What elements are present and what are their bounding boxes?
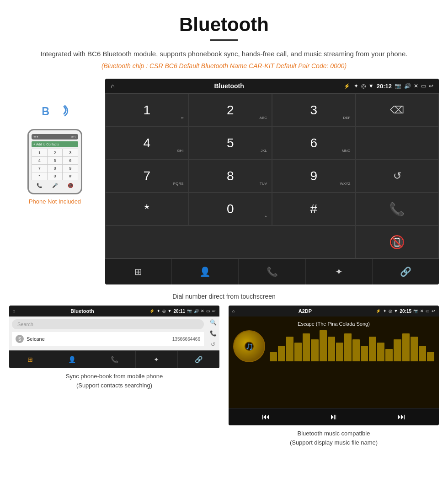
home-icon[interactable]: ⌂	[111, 82, 114, 90]
pb-usb-icon: ⚡	[149, 309, 155, 313]
next-track-button[interactable]: ⏭	[397, 412, 405, 422]
pb-signal-icon: ▼	[168, 309, 172, 314]
bottom-btn-grid[interactable]: ⊞	[105, 259, 172, 284]
eq-bar-11	[352, 339, 360, 361]
pb-close-icon[interactable]: ✕	[201, 309, 204, 314]
eq-bar-13	[369, 337, 376, 361]
side-phone-icon[interactable]: 📞	[210, 330, 217, 337]
dial-key-6[interactable]: 6MNO	[272, 127, 356, 160]
dial-key-7[interactable]: 7PQRS	[105, 160, 189, 193]
back-icon[interactable]: ↩	[429, 83, 433, 89]
music-caption: Bluetooth music compatible(Support displ…	[229, 429, 439, 447]
music-controls: ⏮ ⏯ ⏭	[229, 408, 439, 425]
contact-row[interactable]: S Seicane 13566664466	[12, 332, 204, 346]
pb-bottom-btn-grid[interactable]: ⊞	[9, 351, 51, 368]
phone-bottom-buttons: 📞 🎤 📵	[32, 182, 78, 189]
music-screen-icon[interactable]: ▭	[426, 309, 430, 314]
phone-key-5: 5	[48, 157, 63, 164]
phone-key-7: 7	[32, 165, 47, 172]
play-pause-button[interactable]: ⏯	[330, 412, 338, 422]
phone-key-hash: #	[63, 172, 78, 180]
phone-top-bar: ●●●MY+	[32, 134, 78, 140]
eq-bar-6	[311, 339, 318, 361]
close-icon[interactable]: ✕	[414, 83, 418, 89]
pb-bottom-bar: ⊞ 👤 📞 ✦ 🔗	[9, 350, 219, 368]
pb-back-icon[interactable]: ↩	[212, 309, 216, 314]
dial-key-refresh[interactable]: ↺	[356, 160, 439, 193]
dial-key-end-call[interactable]: 📵	[356, 225, 439, 258]
usb-icon: ⚡	[344, 83, 350, 89]
side-search-icon[interactable]: 🔍	[210, 319, 217, 326]
bottom-btn-link[interactable]: 🔗	[373, 259, 439, 284]
eq-bar-9	[336, 343, 343, 361]
phonebook-caption: Sync phone-book from mobile phone(Suppor…	[9, 372, 219, 390]
music-status-bar: ⌂ A2DP ⚡ ✦ ◎ ▼ 20:15 📷 ✕ ▭ ↩	[229, 306, 439, 317]
dial-key-backspace[interactable]: ⌫	[356, 94, 439, 127]
pb-bottom-btn-contacts[interactable]: 👤	[51, 351, 93, 368]
song-title: Escape (The Pina Colada Song)	[298, 321, 370, 327]
eq-bar-17	[402, 333, 410, 361]
dial-key-4[interactable]: 4GHI	[105, 127, 189, 160]
eq-bar-2	[278, 346, 285, 361]
pb-clock: 20:11	[173, 309, 185, 314]
pb-status-icons: ✦ ◎ ▼ 20:11 📷 🔊 ✕ ▭ ↩	[157, 309, 216, 314]
music-clock: 20:15	[400, 309, 411, 314]
phone-key-9: 9	[63, 165, 78, 172]
album-art: ♫	[233, 330, 265, 362]
location-icon: ◎	[361, 83, 366, 89]
dial-key-hash[interactable]: #	[272, 193, 356, 225]
bottom-screenshots: ⌂ Bluetooth ⚡ ✦ ◎ ▼ 20:11 📷 🔊 ✕ ▭ ↩	[0, 306, 448, 447]
dial-key-star[interactable]: *	[105, 193, 189, 225]
bottom-navigation-bar: ⊞ 👤 📞 ✦ 🔗	[105, 258, 439, 284]
pb-bottom-btn-bluetooth[interactable]: ✦	[136, 351, 178, 368]
eq-bar-16	[394, 339, 401, 361]
dial-key-8[interactable]: 8TUV	[189, 160, 272, 193]
bottom-btn-phone[interactable]: 📞	[239, 259, 305, 284]
phone-not-included-label: Phone Not Included	[29, 198, 81, 205]
music-home-icon[interactable]: ⌂	[232, 309, 235, 313]
music-close-icon[interactable]: ✕	[420, 309, 424, 314]
dial-key-0[interactable]: 0+	[189, 193, 272, 225]
pb-bottom-btn-phone[interactable]: 📞	[93, 351, 135, 368]
bottom-btn-contacts[interactable]: 👤	[172, 259, 239, 284]
pb-bluetooth-icon: ✦	[157, 309, 160, 314]
page-title: Bluetooth	[0, 0, 448, 39]
bluetooth-icon: ʙ	[41, 102, 50, 119]
phone-key-6: 6	[63, 157, 78, 164]
contact-name: Seicane	[27, 336, 172, 342]
music-main: ♫	[233, 330, 434, 362]
phone-key-4: 4	[32, 157, 47, 164]
dial-key-9[interactable]: 9WXYZ	[272, 160, 356, 193]
dial-key-1[interactable]: 1∞	[105, 94, 189, 127]
search-bar[interactable]: Search	[12, 319, 204, 329]
phone-mic-button: 🎤	[52, 183, 58, 188]
eq-bar-20	[427, 352, 434, 361]
eq-bar-15	[385, 349, 393, 361]
eq-bar-3	[286, 337, 293, 361]
volume-icon: 🔊	[404, 83, 411, 89]
prev-track-button[interactable]: ⏮	[262, 412, 270, 422]
bottom-btn-bluetooth[interactable]: ✦	[306, 259, 373, 284]
pb-bottom-btn-link[interactable]: 🔗	[178, 351, 219, 368]
phonebook-status-bar: ⌂ Bluetooth ⚡ ✦ ◎ ▼ 20:11 📷 🔊 ✕ ▭ ↩	[9, 306, 219, 317]
status-icons: ✦ ◎ ▼ 20:12 📷 🔊 ✕ ▭ ↩	[354, 83, 433, 90]
dial-key-3[interactable]: 3DEF	[272, 94, 356, 127]
contact-initial: S	[16, 335, 24, 343]
side-refresh-icon[interactable]: ↺	[211, 341, 215, 348]
dial-key-call[interactable]: 📞	[356, 193, 439, 225]
dial-key-5[interactable]: 5JKL	[189, 127, 272, 160]
music-location-icon: ◎	[389, 309, 392, 314]
eq-bar-4	[294, 343, 302, 361]
dial-key-2[interactable]: 2ABC	[189, 94, 272, 127]
phone-keypad: 1 2 3 4 5 6 7 8 9 * 0 #	[32, 149, 78, 180]
screen-icon[interactable]: ▭	[421, 83, 426, 89]
eq-bar-8	[328, 337, 335, 361]
music-signal-icon: ▼	[394, 309, 398, 314]
phonebook-side-actions: 🔍 📞 ↺	[207, 317, 219, 350]
music-back-icon[interactable]: ↩	[432, 309, 435, 314]
pb-home-icon[interactable]: ⌂	[13, 309, 15, 313]
music-usb-icon: ⚡	[376, 309, 381, 313]
music-shot: ⌂ A2DP ⚡ ✦ ◎ ▼ 20:15 📷 ✕ ▭ ↩ Escape (The…	[229, 306, 439, 447]
pb-screen-icon[interactable]: ▭	[206, 309, 210, 314]
eq-bar-14	[377, 343, 384, 361]
